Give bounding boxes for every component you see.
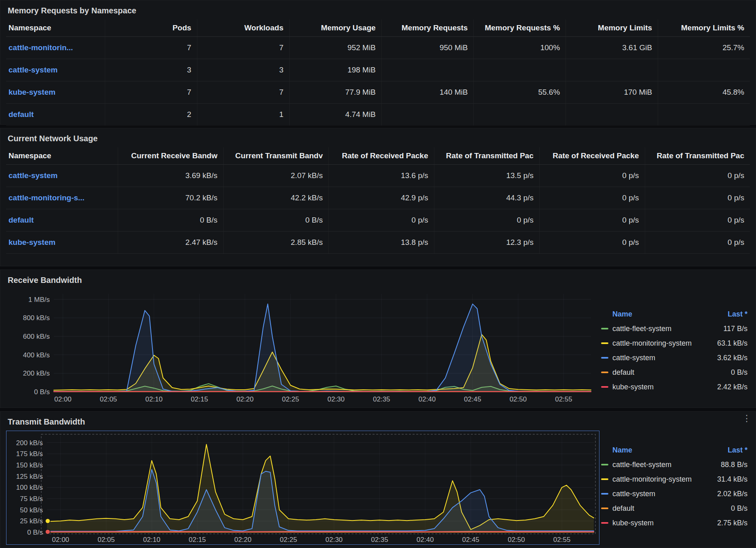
legend-series-value: 2.02 kB/s (717, 490, 748, 498)
namespace-link[interactable]: cattle-monitoring-s... (8, 193, 85, 202)
col-header-memory-requests-pct[interactable]: Memory Requests % (473, 19, 565, 36)
col-header-rate-transmitted-2[interactable]: Rate of Transmitted Pac (645, 147, 750, 164)
svg-text:02:35: 02:35 (371, 536, 388, 544)
panel-receive-bandwidth: Receive Bandwidth 02:0002:0502:1002:1502… (0, 270, 756, 408)
legend-series-value: 2.75 kB/s (717, 519, 748, 527)
legend-series-name[interactable]: cattle-monitoring-system (612, 339, 692, 348)
namespace-link[interactable]: default (8, 110, 34, 119)
legend-last-header[interactable]: Last * (728, 446, 748, 455)
col-header-rate-received[interactable]: Rate of Received Packe (328, 147, 434, 164)
cell-memory-requests-pct: 100% (473, 37, 565, 59)
network-usage-table: Namespace Current Receive Bandw Current … (6, 147, 750, 254)
cell-rate-received-2: 0 p/s (539, 209, 645, 231)
legend-series-name[interactable]: cattle-system (612, 490, 655, 498)
legend-item: cattle-system 2.02 kB/s (599, 486, 748, 501)
receive-bandwidth-chart[interactable]: 02:0002:0502:1002:1502:2002:2502:3002:35… (6, 289, 599, 406)
legend-series-name[interactable]: cattle-fleet-system (612, 325, 671, 333)
legend-item: default 0 B/s (599, 501, 748, 516)
cell-rate-transmitted: 13.5 p/s (434, 165, 540, 187)
legend-series-name[interactable]: kube-system (612, 519, 654, 527)
col-header-workloads[interactable]: Workloads (197, 19, 289, 36)
cell-receive-bandwidth: 0 B/s (118, 209, 223, 231)
col-header-namespace[interactable]: Namespace (6, 19, 105, 36)
cell-rate-transmitted: 12.3 p/s (434, 232, 540, 253)
cell-workloads: 1 (197, 104, 289, 125)
svg-text:100 kB/s: 100 kB/s (16, 484, 43, 491)
cell-memory-usage: 4.74 MiB (289, 104, 381, 125)
namespace-link[interactable]: kube-system (8, 88, 55, 97)
cell-transmit-bandwidth: 42.2 kB/s (223, 187, 329, 209)
series-color-swatch (601, 493, 608, 495)
cell-memory-limits (565, 104, 658, 125)
cell-rate-transmitted-2: 0 p/s (645, 209, 750, 231)
legend-series-name[interactable]: cattle-fleet-system (612, 461, 671, 469)
namespace-link[interactable]: cattle-monitorin... (8, 43, 73, 52)
col-header-transmit-bandwidth[interactable]: Current Transmit Bandv (223, 147, 329, 164)
svg-text:175 kB/s: 175 kB/s (16, 450, 43, 458)
cell-memory-requests (381, 59, 474, 81)
col-header-pods[interactable]: Pods (105, 19, 197, 36)
svg-text:02:55: 02:55 (553, 536, 571, 544)
legend-series-name[interactable]: default (612, 504, 634, 513)
legend-name-header[interactable]: Name (612, 446, 632, 455)
svg-text:02:35: 02:35 (373, 395, 390, 403)
legend-series-value: 2.42 kB/s (717, 383, 748, 391)
table-row: cattle-system 3.69 kB/s 2.07 kB/s 13.6 p… (6, 165, 750, 187)
legend-last-header[interactable]: Last * (728, 310, 748, 319)
col-header-namespace[interactable]: Namespace (6, 147, 118, 164)
transmit-bandwidth-chart[interactable]: 02:0002:0502:1002:1502:2002:2502:3002:35… (6, 431, 599, 545)
col-header-memory-requests[interactable]: Memory Requests (381, 19, 474, 36)
namespace-link[interactable]: kube-system (8, 238, 55, 247)
col-header-memory-limits-pct[interactable]: Memory Limits % (658, 19, 750, 36)
panel-title-transmit-bandwidth[interactable]: Transmit Bandwidth (8, 417, 750, 427)
svg-text:02:40: 02:40 (417, 536, 434, 544)
cell-memory-usage: 198 MiB (289, 59, 381, 81)
table-row: cattle-monitoring-s... 70.2 kB/s 42.2 kB… (6, 187, 750, 209)
svg-text:25 kB/s: 25 kB/s (20, 517, 43, 525)
panel-current-network-usage: Current Network Usage Namespace Current … (0, 128, 756, 266)
cell-memory-limits-pct (658, 104, 750, 125)
svg-text:02:15: 02:15 (191, 395, 208, 403)
legend-series-name[interactable]: cattle-monitoring-system (612, 475, 692, 484)
namespace-link[interactable]: default (8, 216, 34, 225)
legend-name-header[interactable]: Name (612, 310, 632, 319)
legend-item: cattle-fleet-system 88.8 B/s (599, 457, 748, 472)
series-color-swatch (601, 478, 608, 480)
series-color-swatch (601, 342, 608, 344)
panel-menu-icon[interactable]: ⋮ (742, 414, 752, 423)
col-header-rate-transmitted[interactable]: Rate of Transmitted Pac (434, 147, 540, 164)
cell-memory-limits: 170 MiB (565, 81, 658, 103)
table-row: kube-system 7 7 77.9 MiB 140 MiB 55.6% 1… (6, 81, 750, 104)
cell-rate-transmitted-2: 0 p/s (645, 187, 750, 209)
svg-text:02:30: 02:30 (326, 536, 343, 544)
cell-memory-requests (381, 104, 474, 125)
namespace-link[interactable]: cattle-system (8, 171, 57, 180)
panel-title-network-usage[interactable]: Current Network Usage (8, 134, 750, 143)
series-color-swatch (601, 508, 608, 509)
col-header-receive-bandwidth[interactable]: Current Receive Bandw (118, 147, 223, 164)
cell-memory-requests-pct (473, 104, 565, 125)
col-header-rate-received-2[interactable]: Rate of Received Packe (539, 147, 645, 164)
panel-title-receive-bandwidth[interactable]: Receive Bandwidth (8, 276, 750, 285)
table-row: cattle-monitorin... 7 7 952 MiB 950 MiB … (6, 37, 750, 59)
legend-series-name[interactable]: kube-system (612, 383, 654, 391)
col-header-memory-usage[interactable]: Memory Usage (289, 19, 381, 36)
svg-text:02:45: 02:45 (462, 536, 480, 544)
transmit-legend: Name Last * cattle-fleet-system 88.8 B/s… (599, 431, 750, 545)
legend-series-name[interactable]: cattle-system (612, 354, 655, 362)
namespace-link[interactable]: cattle-system (8, 66, 57, 74)
panel-title-memory-requests[interactable]: Memory Requests by Namespace (8, 6, 750, 15)
cell-memory-usage: 952 MiB (289, 37, 381, 59)
legend-series-name[interactable]: default (612, 368, 634, 377)
svg-text:02:20: 02:20 (234, 536, 252, 544)
cell-rate-received-2: 0 p/s (539, 187, 645, 209)
svg-text:02:00: 02:00 (54, 395, 72, 403)
cell-rate-received: 42.9 p/s (328, 187, 434, 209)
cell-receive-bandwidth: 3.69 kB/s (118, 165, 223, 187)
cell-rate-transmitted: 44.3 p/s (434, 187, 540, 209)
svg-text:800 kB/s: 800 kB/s (23, 314, 50, 322)
col-header-memory-limits[interactable]: Memory Limits (565, 19, 658, 36)
table-row: default 2 1 4.74 MiB (6, 104, 750, 126)
cell-pods: 2 (105, 104, 197, 125)
legend-item: cattle-monitoring-system 31.4 kB/s (599, 472, 748, 486)
